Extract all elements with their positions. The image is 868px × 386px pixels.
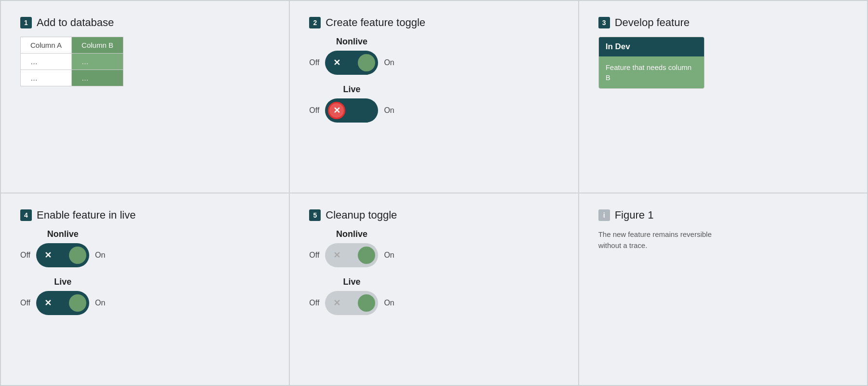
cell5-live-group: Live Off ✕ On <box>309 277 394 315</box>
cell5-nonlive-group: Nonlive Off ✕ On <box>309 229 394 267</box>
cell2-nonlive-row: Off ✕ On <box>309 51 394 75</box>
cell2-nonlive-on: On <box>384 58 394 67</box>
cell4-nonlive-on: On <box>95 251 105 260</box>
cell-add-to-database: 1 Add to database Column A Column B … … … <box>0 0 289 193</box>
cell4-nonlive-row: Off ✕ On <box>20 243 105 267</box>
step-badge-3: 3 <box>598 17 610 28</box>
cell-develop-feature: 3 Develop feature In Dev Feature that ne… <box>579 0 868 193</box>
cell2-nonlive-label: Nonlive <box>309 37 394 47</box>
cell4-live-toggle-x-icon: ✕ <box>39 294 56 312</box>
cell5-live-label: Live <box>309 277 394 287</box>
database-table: Column A Column B … … … … <box>20 37 123 86</box>
cell5-toggles: Nonlive Off ✕ On Live Off ✕ <box>309 229 558 315</box>
step-badge-4: 4 <box>20 209 32 221</box>
table-row: … … <box>21 70 123 86</box>
cell6-title: Figure 1 <box>615 209 654 221</box>
table-cell-b2: … <box>72 70 123 86</box>
cell5-live-off: Off <box>309 299 319 307</box>
cell-figure: i Figure 1 The new feature remains rever… <box>579 193 868 386</box>
col-b-header: Column B <box>72 37 123 54</box>
cell5-nonlive-row: Off ✕ On <box>309 243 394 267</box>
cell2-live-off: Off <box>309 106 319 115</box>
cell2-live-group: Live Off ✕ On <box>309 84 394 123</box>
cell3-title-row: 3 Develop feature <box>598 16 848 29</box>
nonlive-toggle[interactable]: ✕ <box>325 51 378 75</box>
cell2-nonlive-group: Nonlive Off ✕ On <box>309 37 394 75</box>
cell4-live-toggle-circle <box>69 294 86 312</box>
cell-enable-feature-live: 4 Enable feature in live Nonlive Off ✕ O… <box>0 193 289 386</box>
cell4-nonlive-toggle[interactable]: ✕ <box>36 243 89 267</box>
cell5-live-toggle-circle <box>358 294 375 312</box>
cell5-live-toggle[interactable]: ✕ <box>325 291 378 315</box>
feature-card: In Dev Feature that needs column B <box>598 37 705 89</box>
cell2-toggles: Nonlive Off ✕ On Live Off ✕ On <box>309 37 558 123</box>
info-badge: i <box>598 209 610 221</box>
cell4-live-on: On <box>95 299 105 307</box>
cell4-live-toggle[interactable]: ✕ <box>36 291 89 315</box>
cell5-live-row: Off ✕ On <box>309 291 394 315</box>
cell4-toggle-x-icon: ✕ <box>39 247 56 264</box>
cell5-live-on: On <box>384 299 394 307</box>
step-badge-5: 5 <box>309 209 321 221</box>
cell5-title-row: 5 Cleanup toggle <box>309 209 558 221</box>
feature-card-header: In Dev <box>599 37 704 56</box>
cell4-live-row: Off ✕ On <box>20 291 105 315</box>
cell2-title: Create feature toggle <box>326 16 425 29</box>
table-cell-b1: … <box>72 54 123 70</box>
cell4-toggles: Nonlive Off ✕ On Live Off ✕ <box>20 229 270 315</box>
main-grid: 1 Add to database Column A Column B … … … <box>0 0 868 386</box>
cell2-nonlive-off: Off <box>309 58 319 67</box>
toggle-x-red-icon: ✕ <box>328 102 345 119</box>
table-cell-a2: … <box>21 70 72 86</box>
toggle-circle <box>358 54 375 71</box>
cell6-title-row: i Figure 1 <box>598 209 848 221</box>
cell4-live-off: Off <box>20 299 30 307</box>
feature-card-body: Feature that needs column B <box>599 56 704 88</box>
cell-cleanup-toggle: 5 Cleanup toggle Nonlive Off ✕ On Live O… <box>289 193 578 386</box>
cell5-title: Cleanup toggle <box>326 209 397 221</box>
cell4-live-label: Live <box>20 277 105 287</box>
toggle-x-icon: ✕ <box>328 54 345 71</box>
cell5-live-toggle-x-icon: ✕ <box>328 294 345 312</box>
step-badge-1: 1 <box>20 17 32 28</box>
cell2-live-label: Live <box>309 84 394 95</box>
cell5-nonlive-toggle[interactable]: ✕ <box>325 243 378 267</box>
cell2-live-row: Off ✕ On <box>309 98 394 123</box>
cell4-title-row: 4 Enable feature in live <box>20 209 270 221</box>
cell4-nonlive-group: Nonlive Off ✕ On <box>20 229 105 267</box>
cell2-title-row: 2 Create feature toggle <box>309 16 558 29</box>
cell1-title: Add to database <box>37 16 114 29</box>
cell1-title-row: 1 Add to database <box>20 16 270 29</box>
cell4-toggle-circle <box>69 247 86 264</box>
cell4-nonlive-off: Off <box>20 251 30 260</box>
cell5-nonlive-on: On <box>384 251 394 260</box>
cell4-live-group: Live Off ✕ On <box>20 277 105 315</box>
cell2-live-on: On <box>384 106 394 115</box>
cell5-nonlive-off: Off <box>309 251 319 260</box>
cell4-nonlive-label: Nonlive <box>20 229 105 239</box>
cell5-toggle-circle <box>358 247 375 264</box>
cell-create-feature-toggle: 2 Create feature toggle Nonlive Off ✕ On… <box>289 0 578 193</box>
cell3-title: Develop feature <box>615 16 690 29</box>
cell5-nonlive-label: Nonlive <box>309 229 394 239</box>
step-badge-2: 2 <box>309 17 321 28</box>
cell4-title: Enable feature in live <box>37 209 136 221</box>
table-row: … … <box>21 54 123 70</box>
cell5-toggle-x-icon: ✕ <box>328 247 345 264</box>
col-a-header: Column A <box>21 37 72 54</box>
live-toggle[interactable]: ✕ <box>325 98 378 123</box>
figure-description: The new feature remains reversible witho… <box>598 229 724 251</box>
table-cell-a1: … <box>21 54 72 70</box>
